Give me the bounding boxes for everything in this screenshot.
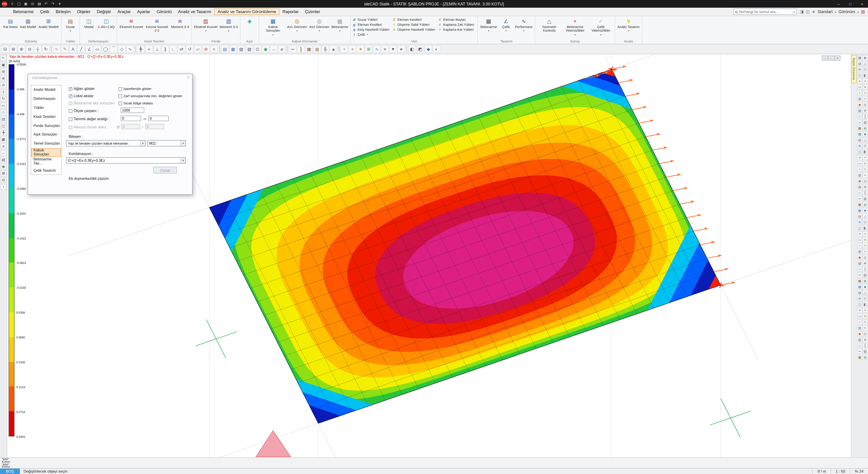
right-tool-icon[interactable]: ◫ bbox=[857, 302, 862, 307]
right-tool-icon[interactable]: ★ bbox=[863, 314, 868, 319]
ribbon-button-performans[interactable]: ∿Performans▼ bbox=[514, 17, 533, 39]
redo-icon[interactable]: ↷ bbox=[50, 0, 56, 7]
right-tool-icon[interactable]: ║ bbox=[863, 190, 868, 195]
right-tool-icon[interactable]: ▨ bbox=[863, 196, 868, 201]
delete-tool-icon[interactable]: × bbox=[210, 45, 218, 53]
grid-icon[interactable]: ▦ bbox=[0, 136, 6, 143]
orbit-icon[interactable]: ↻ bbox=[0, 96, 6, 102]
ribbon-button-celik-yetersizlikler[interactable]: ✓Çelik Yetersizlikler▼ bbox=[588, 17, 614, 39]
zoom-extents-icon[interactable]: ▣ bbox=[0, 62, 6, 68]
ribbon-button-kabuk-sonuclari[interactable]: ▦Kabuk Sonuçları▼ bbox=[260, 17, 286, 39]
right-tool-icon[interactable]: ▤ bbox=[857, 137, 862, 143]
right-tool-icon[interactable]: △ bbox=[863, 214, 868, 219]
right-tool-icon[interactable]: ⌖ bbox=[863, 249, 868, 254]
ribbon-button-perde-moment-3-3[interactable]: ▥Moment 3-3▼ bbox=[219, 17, 239, 39]
front-view-icon[interactable]: ◧ bbox=[408, 45, 416, 53]
ribbon-item-celik-veri[interactable]: IÇelik▼ bbox=[352, 32, 389, 37]
zoom-in-icon[interactable]: ⊕ bbox=[18, 45, 25, 53]
right-tool-icon[interactable]: ◍ bbox=[863, 278, 868, 283]
ribbon-item-eleman-boylari[interactable]: ΞEleman Boyları bbox=[438, 17, 474, 22]
render-icon[interactable]: ◐ bbox=[433, 45, 440, 53]
right-tool-icon[interactable]: ▥ bbox=[857, 96, 862, 101]
ribbon-item-kaplama-kar-yukleri[interactable]: ≡Kaplama Kar Yükleri bbox=[438, 27, 474, 32]
right-tool-icon[interactable]: ▧ bbox=[857, 184, 862, 189]
visibility-icon[interactable]: ◉ bbox=[0, 164, 6, 169]
zoom-window-icon[interactable]: ⊞ bbox=[0, 69, 6, 74]
mdi-close-button[interactable]: × bbox=[835, 56, 840, 61]
right-tool-icon[interactable]: ◎ bbox=[863, 255, 868, 260]
right-tool-icon[interactable]: ⊡ bbox=[863, 143, 868, 148]
ribbon-item-eleman-kesitleri-yuk[interactable]: gEleman Kesitleri bbox=[352, 22, 389, 27]
snap-center-icon[interactable]: ⌖ bbox=[145, 45, 153, 53]
right-tool-icon[interactable]: × bbox=[863, 78, 868, 84]
dimension-icon[interactable]: ↔ bbox=[270, 45, 278, 53]
dialog-list-item[interactable]: Kabuk Sonuçları bbox=[31, 148, 61, 157]
right-tool-icon[interactable]: × bbox=[863, 155, 868, 160]
trim-tool-icon[interactable]: ⊘ bbox=[202, 45, 210, 53]
chevron-down-icon[interactable]: ▾ bbox=[857, 10, 859, 13]
axes-icon[interactable]: ╋ bbox=[0, 130, 6, 135]
right-tool-icon[interactable]: ◆ bbox=[863, 284, 868, 289]
right-tool-icon[interactable]: ◧ bbox=[863, 73, 868, 78]
status-unit[interactable]: tf / m bbox=[813, 469, 831, 474]
right-tool-icon[interactable]: ▭ bbox=[857, 237, 862, 242]
app-menu-icon[interactable]: ≡ bbox=[9, 0, 16, 7]
ribbon-button-tasarim-betonarme[interactable]: ▦Betonarme▼ bbox=[479, 17, 498, 39]
ribbon-button-tasarim-celik[interactable]: ∠Çelik▼ bbox=[498, 17, 514, 39]
ribbon-item-kaplama-zati-yukleri[interactable]: ≡Kaplama Zati Yükleri bbox=[438, 22, 474, 27]
lokal-akslar-checkbox[interactable] bbox=[69, 94, 72, 98]
ribbon-item-doseme-sabit-yukleri[interactable]: ≡Döşeme Sabit Yükleri bbox=[392, 22, 435, 27]
right-tool-icon[interactable]: ◍ bbox=[863, 126, 868, 131]
chevron-down-icon[interactable]: ▾ bbox=[794, 10, 795, 13]
right-tool-icon[interactable]: + bbox=[857, 243, 862, 248]
search-box[interactable]: ▾ bbox=[733, 8, 797, 15]
right-tool-icon[interactable]: ◧ bbox=[863, 149, 868, 154]
dimension-icon[interactable]: ↔ bbox=[0, 150, 6, 156]
right-tool-icon[interactable]: + bbox=[857, 319, 862, 324]
right-tool-icon[interactable]: ▦ bbox=[857, 131, 862, 136]
ribbon-button-geometri-kontrolu[interactable]: △Geometri Kontrolü bbox=[537, 17, 562, 39]
right-tool-icon[interactable]: ★ bbox=[863, 161, 868, 166]
ribbon-button-kati-model[interactable]: ▦Katı Model bbox=[19, 17, 37, 39]
right-tool-icon[interactable]: ◎ bbox=[863, 179, 868, 184]
mdi-restore-button[interactable]: ▫ bbox=[828, 56, 834, 61]
right-tool-icon[interactable]: ◇ bbox=[857, 266, 862, 272]
right-tool-icon[interactable]: ⊕ bbox=[863, 184, 868, 189]
right-tool-icon[interactable]: ◧ bbox=[863, 302, 868, 307]
right-tool-icon[interactable]: ═ bbox=[857, 120, 862, 125]
dialog-close-icon[interactable]: × bbox=[187, 75, 189, 80]
kombinasyon-combo[interactable]: G'+Q'+Ex-0.3Ey+0.3Ez ▾ bbox=[66, 157, 186, 164]
top-view-icon[interactable]: ◩ bbox=[416, 45, 424, 53]
truss-icon[interactable]: ▲ bbox=[330, 45, 337, 53]
column-icon[interactable]: ║ bbox=[297, 45, 305, 53]
right-tool-icon[interactable]: △ bbox=[863, 137, 868, 143]
right-tool-icon[interactable]: ◆ bbox=[863, 131, 868, 136]
ribbon-button-kabuk-betonarme[interactable]: ▩Betonarme▼ bbox=[331, 17, 349, 39]
pan-icon[interactable]: ┼ bbox=[0, 89, 6, 95]
search-input[interactable] bbox=[739, 10, 794, 14]
right-tool-icon[interactable]: ∿ bbox=[863, 319, 868, 324]
menu-item-6[interactable]: Ayarlar bbox=[134, 8, 153, 15]
status-scale[interactable]: 1 : 50 bbox=[831, 469, 850, 474]
right-tool-icon[interactable]: + bbox=[857, 167, 862, 172]
right-tool-icon[interactable]: ▦ bbox=[857, 208, 862, 213]
ribbon-button-asik-sonuclari[interactable]: ◈ bbox=[242, 17, 257, 39]
section-icon[interactable]: ◫ bbox=[0, 123, 6, 129]
ribbon-button-analiz-modeli[interactable]: ⊞Analiz Modeli bbox=[37, 17, 59, 39]
right-tool-icon[interactable]: ★ bbox=[863, 85, 868, 90]
zoom-out-icon[interactable]: ⊖ bbox=[26, 45, 33, 53]
right-tool-icon[interactable]: ◉ bbox=[857, 331, 862, 336]
ribbon-button-kat-listesi[interactable]: ▤Kat listesi bbox=[2, 17, 19, 39]
right-tool-icon[interactable]: △ bbox=[863, 61, 868, 66]
menu-item-10[interactable]: Raporlar bbox=[279, 8, 302, 15]
layers-icon[interactable]: ▤ bbox=[0, 116, 6, 122]
right-tool-icon[interactable]: ═ bbox=[857, 273, 862, 278]
right-tool-icon[interactable]: ◉ bbox=[857, 179, 862, 184]
right-tool-icon[interactable]: ═ bbox=[857, 349, 862, 354]
right-tool-icon[interactable]: ▩ bbox=[857, 202, 862, 207]
right-tool-icon[interactable]: ⊡ bbox=[863, 296, 868, 301]
view-menu[interactable]: Görünüm bbox=[839, 9, 855, 14]
mdi-minimize-button[interactable]: – bbox=[822, 56, 828, 61]
layers-icon[interactable]: ▤ bbox=[221, 45, 229, 53]
right-tool-icon[interactable]: ⊕ bbox=[863, 108, 868, 113]
